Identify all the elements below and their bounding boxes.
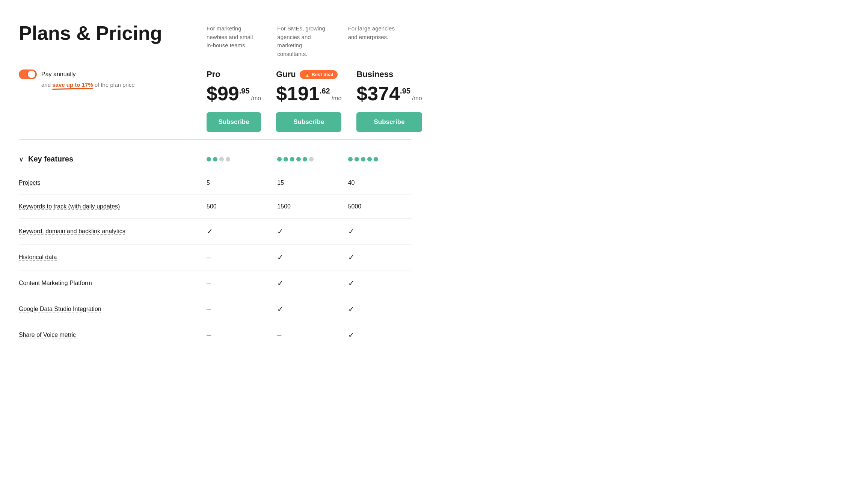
guru-subtitle-col: For SMEs, growing agencies and marketing… [270, 23, 340, 58]
feature-value: 40 [341, 180, 411, 186]
guru-price-period: /mo [332, 95, 342, 102]
guru-price: $191 .62 /mo [276, 82, 341, 105]
guru-price-cents: .62 [320, 87, 330, 95]
business-subscribe-button[interactable]: Subscribe [356, 112, 422, 132]
feature-name[interactable]: Keywords to track (with daily updates) [19, 203, 120, 210]
features-title-col: ∨ Key features [19, 155, 199, 163]
business-price-cents: .95 [400, 87, 410, 95]
pro-dot-3 [219, 157, 224, 161]
feature-name[interactable]: Share of Voice metric [19, 332, 76, 338]
save-text: and save up to 17% of the plan price [19, 81, 192, 88]
business-dot-4 [367, 157, 372, 161]
check-icon: ✓ [199, 227, 270, 236]
business-price: $374 .95 /mo [356, 82, 422, 105]
pro-plan-name: Pro [207, 69, 220, 79]
guru-dot-3 [290, 157, 294, 161]
business-plan-name: Business [356, 69, 393, 79]
feature-name[interactable]: Historical data [19, 254, 57, 260]
feature-name[interactable]: Google Data Studio Integration [19, 306, 101, 312]
dash-icon: – [199, 279, 270, 288]
check-icon: ✓ [341, 330, 411, 340]
business-dot-1 [348, 157, 353, 161]
feature-row-2: Keyword, domain and backlink analytics ✓… [19, 219, 411, 244]
guru-dot-6 [309, 157, 314, 161]
features-header-row: ∨ Key features [19, 147, 411, 171]
check-icon: ✓ [270, 253, 340, 262]
pro-plan-col: Pro $99 .95 /mo Subscribe [199, 69, 269, 132]
feature-value: 5 [199, 180, 270, 186]
feature-row-6: Share of Voice metric – – ✓ [19, 322, 411, 348]
dash-icon: – [199, 331, 270, 340]
business-dot-3 [361, 157, 365, 161]
business-dot-2 [355, 157, 359, 161]
dash-icon: – [199, 305, 270, 314]
feature-row-0: Projects 5 15 40 [19, 171, 411, 195]
feature-name[interactable]: Content Marketing Platform [19, 280, 92, 286]
feature-name[interactable]: Keyword, domain and backlink analytics [19, 228, 125, 234]
guru-dot-4 [296, 157, 301, 161]
pro-subscribe-button[interactable]: Subscribe [207, 112, 261, 132]
dash-icon: – [199, 253, 270, 262]
business-subtitle: For large agencies and enterprises. [348, 23, 404, 41]
check-icon: ✓ [341, 253, 411, 262]
business-price-period: /mo [412, 95, 422, 102]
guru-dots-col [270, 155, 340, 163]
pro-dot-4 [226, 157, 230, 161]
chevron-down-icon[interactable]: ∨ [19, 155, 24, 163]
guru-dot-5 [303, 157, 307, 161]
business-dot-5 [374, 157, 378, 161]
pro-price-period: /mo [251, 95, 261, 102]
features-container: Projects 5 15 40 Keywords to track (with… [19, 171, 411, 348]
check-icon: ✓ [270, 227, 340, 236]
save-highlight: save up to 17% [52, 81, 93, 88]
pro-dot-2 [213, 157, 217, 161]
feature-value: 1500 [270, 203, 340, 210]
guru-plan-name: Guru [276, 69, 296, 79]
annual-toggle-wrapper: Pay annually [19, 69, 192, 79]
feature-value: 500 [199, 203, 270, 210]
pro-price-cents: .95 [239, 87, 250, 95]
check-icon: ✓ [341, 305, 411, 314]
pro-subtitle-col: For marketing newbies and small in-house… [199, 23, 270, 58]
check-icon: ✓ [270, 279, 340, 288]
pro-dots-col [199, 155, 270, 163]
feature-row-3: Historical data – ✓ ✓ [19, 244, 411, 270]
pro-subtitle: For marketing newbies and small in-house… [207, 23, 262, 50]
main-divider [19, 139, 411, 140]
business-subtitle-col: For large agencies and enterprises. [341, 23, 411, 58]
feature-value: 5000 [341, 203, 411, 210]
dash-icon: – [270, 331, 340, 340]
pro-dot-1 [207, 157, 211, 161]
business-price-whole: $374 [356, 82, 400, 105]
guru-dot-2 [284, 157, 288, 161]
check-icon: ✓ [270, 305, 340, 314]
toggle-label: Pay annually [41, 71, 76, 78]
guru-price-whole: $191 [276, 82, 320, 105]
business-plan-col: Business $374 .95 /mo Subscribe [349, 69, 429, 132]
feature-row-5: Google Data Studio Integration – ✓ ✓ [19, 296, 411, 322]
check-icon: ✓ [341, 279, 411, 288]
guru-plan-col: Guru 🔥 Best deal $191 .62 /mo Subscribe [269, 69, 349, 132]
features-title: Key features [28, 155, 73, 163]
feature-name[interactable]: Projects [19, 180, 41, 186]
pro-price: $99 .95 /mo [207, 82, 261, 105]
guru-subtitle: For SMEs, growing agencies and marketing… [277, 23, 333, 58]
guru-subscribe-button[interactable]: Subscribe [276, 112, 341, 132]
pro-price-whole: $99 [207, 82, 239, 105]
annual-toggle[interactable] [19, 69, 37, 79]
feature-row-1: Keywords to track (with daily updates) 5… [19, 195, 411, 219]
page-title: Plans & Pricing [19, 23, 192, 44]
features-section: ∨ Key features Pro [19, 147, 411, 348]
business-dots-col [341, 155, 411, 163]
feature-row-4: Content Marketing Platform – ✓ ✓ [19, 270, 411, 296]
check-icon: ✓ [341, 227, 411, 236]
best-deal-badge: 🔥 Best deal [300, 70, 338, 79]
feature-value: 15 [270, 180, 340, 186]
guru-dot-1 [277, 157, 282, 161]
